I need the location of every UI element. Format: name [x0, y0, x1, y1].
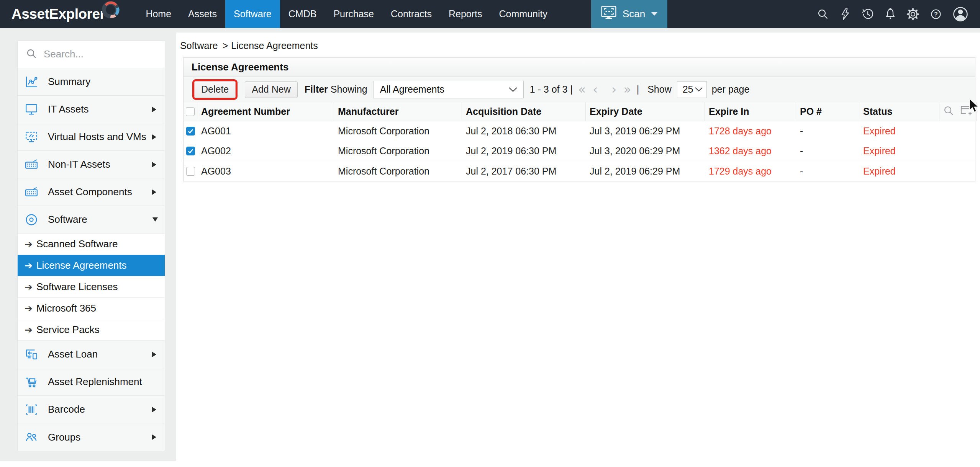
- sidebar-subitem-software-licenses[interactable]: ➔ Software Licenses: [18, 276, 165, 298]
- cell-acquisition-date: Jul 2, 2018 06:30 PM: [462, 121, 586, 141]
- menu-item-software[interactable]: Software: [225, 0, 280, 28]
- show-label: Show: [647, 84, 672, 95]
- column-search-icon[interactable]: [943, 105, 954, 118]
- column-chooser-icon[interactable]: [960, 105, 972, 118]
- cell-expire-in: 1728 days ago: [705, 121, 796, 141]
- table-header: Agreement Number Manufacturer Acquisitio…: [184, 102, 975, 121]
- sidebar-item-summary[interactable]: Summary: [18, 68, 165, 96]
- sidebar-item-software[interactable]: Software: [18, 206, 165, 234]
- last-page-icon[interactable]: »: [623, 83, 631, 96]
- menu-item-cmdb[interactable]: CMDB: [280, 0, 325, 28]
- sidebar-item-label: Barcode: [48, 403, 85, 415]
- row-checkbox-cell: [184, 161, 197, 181]
- column-header-expire-in[interactable]: Expire In: [705, 102, 796, 121]
- column-header-status[interactable]: Status: [859, 102, 939, 121]
- chevron-right-icon: [152, 189, 156, 195]
- cell-expiry-date: Jul 3, 2020 06:29 PM: [586, 141, 705, 161]
- chevron-right-icon: [152, 162, 156, 167]
- cell-agreement-number: AG003: [197, 161, 334, 181]
- sidebar-subitem-microsoft-365[interactable]: ➔ Microsoft 365: [18, 298, 165, 319]
- sidebar-item-it-assets[interactable]: IT Assets: [18, 96, 165, 123]
- sidebar-subitem-license-agreements[interactable]: ➔ License Agreements: [18, 255, 165, 276]
- prev-page-icon[interactable]: ‹: [593, 83, 598, 96]
- chevron-right-icon: [152, 407, 156, 412]
- history-icon[interactable]: [861, 8, 874, 20]
- sidebar-item-label: IT Assets: [48, 103, 88, 115]
- column-header-agreement-number[interactable]: Agreement Number: [197, 102, 334, 121]
- row-checkbox[interactable]: [186, 167, 195, 176]
- monitor-icon: [24, 103, 39, 116]
- arrow-right-icon: ➔: [25, 324, 33, 335]
- filter-dropdown[interactable]: All Agreements: [374, 81, 524, 98]
- menu-item-contracts[interactable]: Contracts: [382, 0, 440, 28]
- add-new-button[interactable]: Add New: [245, 81, 297, 98]
- select-all-checkbox[interactable]: [186, 107, 195, 116]
- scan-button[interactable]: Scan: [591, 0, 667, 28]
- header-checkbox-cell: [184, 102, 197, 121]
- breadcrumb-current: License Agreements: [231, 40, 318, 51]
- arrow-right-icon: ➔: [25, 260, 33, 271]
- cell-po-number: -: [796, 141, 859, 161]
- menu-item-purchase[interactable]: Purchase: [325, 0, 382, 28]
- cell-empty: [939, 121, 975, 141]
- sidebar-item-non-it-assets[interactable]: Non-IT Assets: [18, 151, 165, 178]
- sidebar-subitem-label: Software Licenses: [36, 281, 118, 293]
- column-header-acquisition-date[interactable]: Acquisition Date: [462, 102, 586, 121]
- sidebar-search-input[interactable]: [44, 48, 147, 60]
- sidebar-subitem-scanned-software[interactable]: ➔ Scanned Software: [18, 234, 165, 255]
- sidebar-item-groups[interactable]: Groups: [18, 423, 165, 451]
- pagination-range: 1 - 3 of 3 |: [530, 84, 573, 95]
- cell-manufacturer: Microsoft Corporation: [334, 121, 462, 141]
- sidebar-item-label: Virtual Hosts and VMs: [48, 131, 146, 143]
- chevron-right-icon: [152, 352, 156, 357]
- global-search-icon[interactable]: [817, 8, 829, 20]
- virtual-host-icon: [24, 131, 39, 144]
- sidebar-item-asset-components[interactable]: Asset Components: [18, 178, 165, 206]
- main-menu: Home Assets Software CMDB Purchase Contr…: [137, 0, 556, 28]
- cell-empty: [939, 161, 975, 181]
- next-page-icon[interactable]: ›: [611, 83, 616, 96]
- settings-gear-icon[interactable]: [906, 8, 919, 21]
- quick-actions-flash-icon[interactable]: [839, 8, 851, 20]
- asset-loan-icon: [24, 348, 39, 361]
- menu-item-reports[interactable]: Reports: [440, 0, 491, 28]
- sidebar-subitem-label: Microsoft 365: [36, 302, 96, 314]
- cell-po-number: -: [796, 121, 859, 141]
- row-checkbox[interactable]: [186, 147, 195, 155]
- breadcrumb-software[interactable]: Software: [180, 40, 218, 51]
- filter-dropdown-value: All Agreements: [380, 84, 444, 95]
- user-avatar[interactable]: [952, 6, 969, 22]
- sidebar-search: [18, 41, 165, 68]
- toolbar: Delete Add New FilterShowing All Agreeme…: [184, 77, 975, 102]
- row-checkbox[interactable]: [186, 127, 195, 136]
- column-header-expiry-date[interactable]: Expiry Date: [586, 102, 705, 121]
- page-size-select[interactable]: 25: [677, 81, 707, 98]
- column-header-manufacturer[interactable]: Manufacturer: [334, 102, 462, 121]
- notifications-bell-icon[interactable]: [885, 8, 896, 21]
- table-row[interactable]: AG002 Microsoft Corporation Jul 2, 2019 …: [184, 141, 975, 161]
- menu-item-community[interactable]: Community: [491, 0, 556, 28]
- delete-button[interactable]: Delete: [194, 81, 236, 98]
- table-row[interactable]: AG003 Microsoft Corporation Jul 2, 2017 …: [184, 161, 975, 181]
- sidebar-item-asset-replenishment[interactable]: Asset Replenishment: [18, 368, 165, 396]
- barcode-icon: [24, 403, 39, 416]
- table-row[interactable]: AG001 Microsoft Corporation Jul 2, 2018 …: [184, 121, 975, 141]
- cell-status: Expired: [859, 121, 939, 141]
- first-page-icon[interactable]: «: [578, 83, 586, 96]
- sidebar-item-virtual-hosts[interactable]: Virtual Hosts and VMs: [18, 123, 165, 151]
- license-agreements-panel: License Agreements Delete Add New Filter…: [183, 57, 975, 181]
- brand-logo[interactable]: AssetExplorer: [11, 5, 121, 23]
- column-header-po-number[interactable]: PO #: [796, 102, 859, 121]
- cell-status: Expired: [859, 161, 939, 181]
- arrow-right-icon: ➔: [25, 303, 33, 314]
- sidebar-subitem-service-packs[interactable]: ➔ Service Packs: [18, 319, 165, 341]
- sidebar-item-label: Asset Components: [48, 186, 132, 198]
- sidebar-item-barcode[interactable]: Barcode: [18, 396, 165, 423]
- menu-item-assets[interactable]: Assets: [180, 0, 225, 28]
- sidebar-item-asset-loan[interactable]: Asset Loan: [18, 341, 165, 368]
- cell-expiry-date: Jul 3, 2019 06:29 PM: [586, 121, 705, 141]
- help-icon[interactable]: ?: [930, 8, 942, 20]
- menu-item-home[interactable]: Home: [137, 0, 180, 28]
- cd-icon: [24, 213, 39, 226]
- cart-icon: [24, 376, 39, 389]
